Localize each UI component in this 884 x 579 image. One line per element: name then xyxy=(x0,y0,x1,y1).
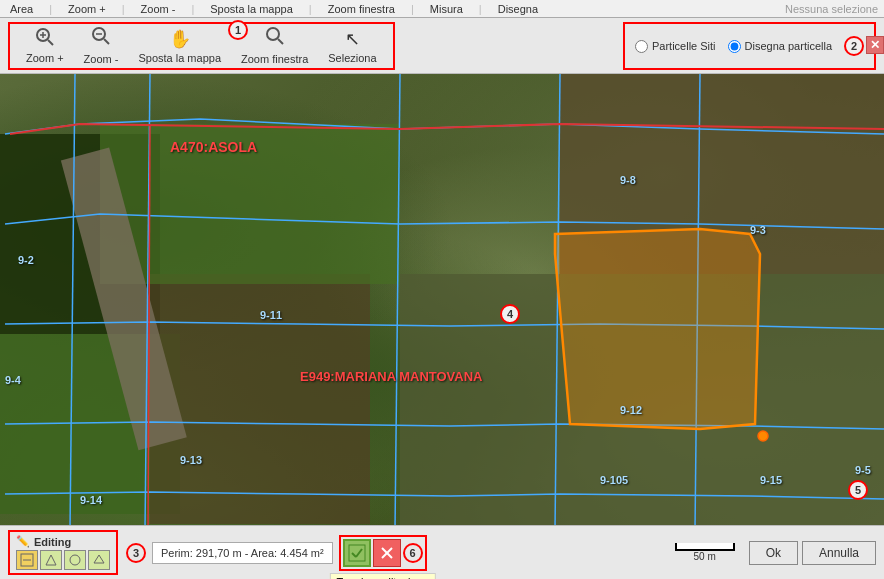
annotation-2: 2 xyxy=(844,36,864,56)
svg-line-5 xyxy=(104,39,109,44)
zoom-plus-button[interactable]: Zoom + xyxy=(18,26,72,66)
menu-separator: | xyxy=(191,3,194,15)
ok-button[interactable]: Ok xyxy=(749,541,798,565)
menu-area[interactable]: Area xyxy=(6,3,37,15)
particelle-siti-radio[interactable] xyxy=(635,40,648,53)
editing-tools xyxy=(16,550,110,570)
edit-tool-4[interactable] xyxy=(88,550,110,570)
menu-separator: | xyxy=(49,3,52,15)
edit-tool-1[interactable] xyxy=(16,550,38,570)
editing-title: Editing xyxy=(34,536,71,548)
svg-line-1 xyxy=(48,40,53,45)
pan-label: Sposta la mappa xyxy=(138,52,221,64)
zoom-plus-icon xyxy=(35,27,55,50)
menu-disegna[interactable]: Disegna xyxy=(494,3,542,15)
menu-zoom-plus[interactable]: Zoom + xyxy=(64,3,110,15)
editing-header: ✏️ Editing xyxy=(16,535,110,548)
scale-label: 50 m xyxy=(694,551,716,562)
close-button[interactable]: ✕ xyxy=(866,36,884,54)
edit-tool-2[interactable] xyxy=(40,550,62,570)
annotation-4: 4 xyxy=(500,304,520,324)
perim-area-info: Perim: 291,70 m - Area: 4.454 m² xyxy=(152,542,333,564)
action-buttons: Ok Annulla xyxy=(749,541,876,565)
status-bar: ✏️ Editing xyxy=(0,525,884,579)
editing-panel: ✏️ Editing xyxy=(8,530,118,575)
edit-tool-3[interactable] xyxy=(64,550,86,570)
annotation-3: 3 xyxy=(126,543,146,563)
menu-misura[interactable]: Misura xyxy=(426,3,467,15)
map-container[interactable]: A470:ASOLA E949:MARIANA MANTOVANA 9-2 9-… xyxy=(0,74,884,579)
zoom-minus-button[interactable]: Zoom - xyxy=(76,26,127,66)
menu-separator: | xyxy=(122,3,125,15)
select-icon: ↖ xyxy=(345,28,360,50)
menu-pan[interactable]: Sposta la mappa xyxy=(206,3,297,15)
menu-separator: | xyxy=(411,3,414,15)
select-button[interactable]: ↖ Seleziona xyxy=(320,26,384,66)
menu-zoom-window[interactable]: Zoom finestra xyxy=(324,3,399,15)
zoom-plus-label: Zoom + xyxy=(26,52,64,64)
cancel-edit-button[interactable] xyxy=(373,539,401,567)
scale-bar: 50 m xyxy=(675,543,735,562)
toolbar-tools: Zoom + Zoom - ✋ Sposta la mappa Zoom fin… xyxy=(8,22,395,70)
annotation-1: 1 xyxy=(228,20,248,40)
svg-point-19 xyxy=(70,555,80,565)
field-green-top xyxy=(100,124,400,284)
nessuna-selezione: Nessuna selezione xyxy=(785,3,878,15)
annulla-button[interactable]: Annulla xyxy=(802,541,876,565)
svg-line-8 xyxy=(278,39,283,44)
svg-marker-18 xyxy=(46,555,56,565)
annotation-6: 6 xyxy=(403,543,423,563)
svg-point-7 xyxy=(267,28,279,40)
termina-editazione-tooltip: Termina editazione xyxy=(329,573,435,580)
particelle-siti-label: Particelle Siti xyxy=(652,40,716,52)
pan-icon: ✋ xyxy=(169,28,191,50)
toolbar: Zoom + Zoom - ✋ Sposta la mappa Zoom fin… xyxy=(0,18,884,74)
zoom-minus-label: Zoom - xyxy=(84,53,119,65)
menu-separator: | xyxy=(479,3,482,15)
field-brown-top-right xyxy=(560,74,884,274)
pencil-icon: ✏️ xyxy=(16,535,30,548)
menu-separator: | xyxy=(309,3,312,15)
termina-panel: 6 Termina editazione xyxy=(339,535,427,571)
disegna-particella-label: Disegna particella xyxy=(745,40,832,52)
menu-zoom-minus[interactable]: Zoom - xyxy=(137,3,180,15)
field-dark-bottom-right xyxy=(400,274,884,534)
zoom-minus-icon xyxy=(91,26,111,51)
disegna-particella-radio[interactable] xyxy=(728,40,741,53)
scale-line xyxy=(675,543,735,551)
zoom-window-label: Zoom finestra xyxy=(241,53,308,65)
menu-bar: Area | Zoom + | Zoom - | Sposta la mappa… xyxy=(0,0,884,18)
select-label: Seleziona xyxy=(328,52,376,64)
pan-button[interactable]: ✋ Sposta la mappa xyxy=(130,26,229,66)
disegna-particella-option[interactable]: Disegna particella xyxy=(728,40,832,53)
toolbar-right: Particelle Siti Disegna particella 2 xyxy=(623,22,876,70)
svg-line-22 xyxy=(356,549,362,557)
confirm-edit-button[interactable] xyxy=(343,539,371,567)
field-brown-center xyxy=(150,274,370,524)
annotation-5: 5 xyxy=(848,480,868,500)
zoom-window-icon xyxy=(265,26,285,51)
svg-rect-20 xyxy=(349,545,365,561)
particelle-siti-option[interactable]: Particelle Siti xyxy=(635,40,716,53)
